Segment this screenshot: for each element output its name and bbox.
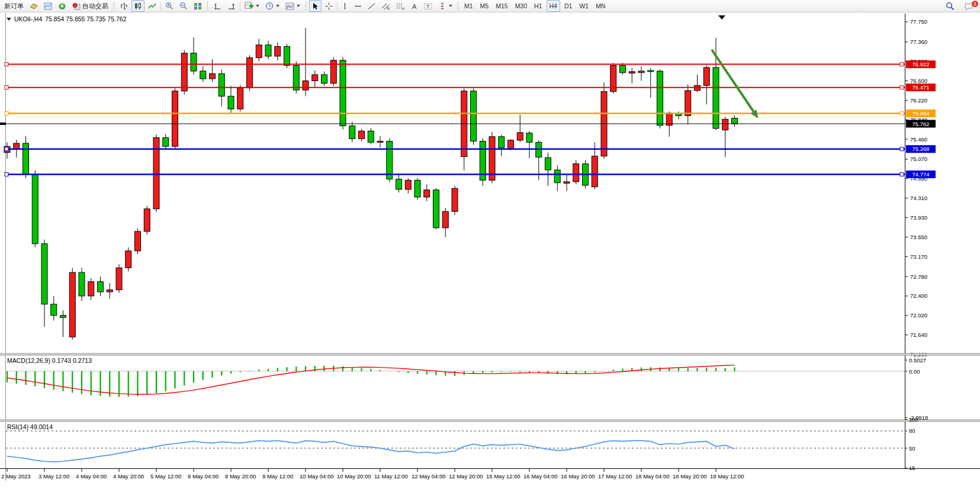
timeframe-h4-button[interactable]: H4	[547, 0, 560, 12]
time-tick-label: 8 May 20:00	[225, 473, 256, 480]
zoom-in-button[interactable]	[163, 0, 176, 12]
notifications-button[interactable]: 1	[962, 1, 976, 12]
tile-windows-button[interactable]	[191, 0, 204, 12]
time-tick-label: 18 May 04:00	[635, 473, 670, 480]
chart-title[interactable]: UKOil-,H4 75.854 75.855 75.735 75.762	[7, 15, 126, 22]
time-tick-label: 15 May 12:00	[486, 473, 520, 480]
price-tick-label: 71.640	[910, 332, 927, 338]
arrows-tool-button[interactable]	[436, 0, 455, 12]
line-handle[interactable]	[900, 173, 904, 176]
vertical-line-tool-button[interactable]	[339, 0, 351, 12]
line-handle[interactable]	[5, 63, 8, 66]
indicator-window-button[interactable]	[211, 0, 224, 12]
new-order-label: 新订单	[4, 2, 24, 11]
arrows-shapes-icon	[438, 2, 446, 10]
time-tick-label: 10 May 20:00	[337, 473, 371, 480]
price-tag-label: 75.964	[912, 110, 929, 117]
add-indicator-icon	[245, 2, 253, 10]
line-chart-button[interactable]	[146, 0, 159, 12]
broadcast-button[interactable]	[56, 0, 69, 12]
line-handle[interactable]	[900, 86, 904, 89]
indicator-subwindow-icon	[227, 2, 236, 10]
price-tick-label: 74.310	[910, 195, 927, 201]
time-tick-label: 5 May 12:00	[150, 473, 181, 480]
line-handle[interactable]	[5, 173, 8, 176]
zoom-out-button[interactable]	[177, 0, 190, 12]
time-tick-label: 3 May 12:00	[38, 473, 69, 480]
text-tool-button[interactable]: A	[409, 0, 420, 12]
auto-trading-button[interactable]: 自动交易	[70, 0, 111, 12]
toolbar-separator	[240, 2, 240, 11]
fibonacci-tool-button[interactable]: F	[394, 0, 407, 12]
timeframe-w1-button[interactable]: W1	[576, 0, 592, 12]
price-tick-label: 73.930	[910, 214, 927, 221]
indicator-subwindow-button[interactable]	[225, 0, 238, 12]
timeframe-mn-button[interactable]: MN	[593, 0, 608, 12]
crosshair-button[interactable]	[323, 0, 335, 12]
line-handle[interactable]	[5, 86, 8, 89]
order-tag-button[interactable]	[27, 0, 40, 12]
search-button[interactable]	[943, 1, 957, 12]
charts-window-button[interactable]	[41, 0, 54, 12]
rsi-axis-label: 100	[909, 416, 918, 423]
chart-area[interactable]: 77.75077.36076.98076.60076.22075.84075.4…	[0, 12, 980, 489]
period-button[interactable]	[263, 0, 282, 12]
macd-axis-label: 0.5027	[909, 357, 926, 363]
time-tick-label: 16 May 20:00	[561, 473, 595, 480]
time-tick-label: 9 May 12:00	[262, 473, 293, 480]
price-tag-label: 75.268	[912, 146, 929, 152]
timeframe-m30-button[interactable]: M30	[512, 0, 530, 12]
svg-text:F: F	[403, 7, 405, 10]
template-button[interactable]	[283, 0, 303, 12]
toolbar-grip[interactable]	[306, 2, 306, 10]
line-handle[interactable]	[900, 112, 904, 115]
new-order-button[interactable]: 新订单	[2, 0, 26, 12]
time-tick-label: 17 May 12:00	[598, 473, 632, 480]
price-tick-label: 77.360	[910, 38, 927, 45]
cursor-icon	[311, 2, 319, 10]
timeframe-m1-button[interactable]: M1	[461, 0, 476, 12]
price-tick-label: 75.070	[910, 156, 927, 162]
chevron-down-icon	[256, 5, 259, 7]
price-tick-label: 73.170	[910, 253, 927, 260]
indicator-window-icon	[213, 2, 221, 10]
toolbar-grip[interactable]	[114, 2, 114, 10]
horizontal-line-tool-button[interactable]	[352, 0, 364, 12]
chart-dropdown-icon[interactable]	[7, 18, 11, 21]
time-tick-label: 8 May 04:00	[188, 473, 219, 480]
line-handle[interactable]	[900, 147, 904, 151]
trendline-tool-button[interactable]	[365, 0, 378, 12]
timeframe-d1-button[interactable]: D1	[561, 0, 575, 12]
time-tick-label: 4 May 20:00	[113, 473, 144, 480]
trendline-icon	[368, 2, 375, 10]
line-handle[interactable]	[5, 112, 8, 115]
timeframe-m5-button[interactable]: M5	[477, 0, 492, 12]
chart-canvas[interactable]: 77.75077.36076.98076.60076.22075.84075.4…	[0, 12, 980, 489]
candlestick-chart-icon	[134, 2, 142, 10]
time-tick-label: 12 May 04:00	[412, 473, 446, 480]
bar-chart-button[interactable]	[117, 0, 130, 12]
line-handle[interactable]	[900, 63, 904, 66]
text-label-tool-button[interactable]: T	[422, 0, 435, 12]
rsi-indicator-caption: RSI(14) 49.0014	[7, 423, 53, 430]
zoom-in-icon	[165, 2, 173, 10]
toolbar-grip[interactable]	[458, 2, 458, 10]
time-tick-label: 4 May 04:00	[76, 473, 107, 480]
add-indicator-button[interactable]	[242, 0, 262, 12]
time-tick-label: 18 May 20:00	[673, 473, 707, 480]
mt4-window: { "toolbar": { "new_order_label": "新订单",…	[0, 0, 980, 489]
line-handle[interactable]	[5, 147, 8, 151]
candlestick-chart-button[interactable]	[131, 0, 144, 12]
toolbar-grip[interactable]	[207, 2, 208, 10]
text-label-icon: T	[424, 2, 432, 10]
timeframe-m15-button[interactable]: M15	[493, 0, 510, 12]
template-icon	[285, 2, 294, 10]
timeframe-h1-button[interactable]: H1	[531, 0, 545, 12]
price-tick-label: 76.600	[910, 78, 927, 84]
zoom-out-icon	[179, 2, 188, 10]
cursor-button[interactable]	[309, 0, 322, 12]
chevron-down-icon	[276, 5, 279, 7]
broadcast-icon	[58, 2, 66, 10]
channel-tool-button[interactable]: E	[379, 0, 393, 12]
chart-symbol-period: UKOil-,H4	[14, 15, 42, 22]
